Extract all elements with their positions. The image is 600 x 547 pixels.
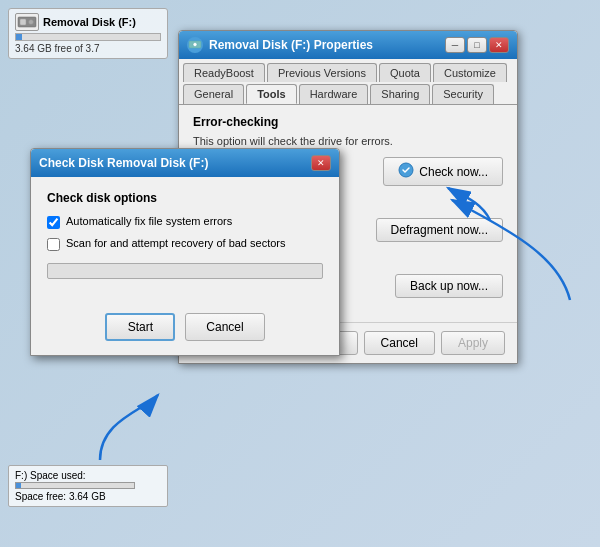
- check-cancel-button[interactable]: Cancel: [185, 313, 264, 341]
- tab-general[interactable]: General: [183, 84, 244, 104]
- properties-title: Removal Disk (F:) Properties: [209, 38, 373, 52]
- check-disk-title: Check Disk Removal Disk (F:): [39, 156, 208, 170]
- checkbox-fix-errors-row: Automatically fix file system errors: [47, 215, 323, 229]
- checkbox-fix-errors[interactable]: [47, 216, 60, 229]
- disk-icon: [15, 13, 39, 31]
- backup-now-label: Back up now...: [410, 279, 488, 293]
- tab-row-1: ReadyBoost Previous Versions Quota Custo…: [183, 63, 507, 82]
- space-used-bar: [15, 482, 135, 489]
- svg-rect-1: [20, 19, 26, 25]
- defragment-now-label: Defragment now...: [391, 223, 488, 237]
- error-checking-desc: This option will check the drive for err…: [193, 135, 503, 147]
- disk-free-text: 3.64 GB free of 3.7: [15, 43, 161, 54]
- dialog-close-button[interactable]: ✕: [311, 155, 331, 171]
- tab-readyboost[interactable]: ReadyBoost: [183, 63, 265, 82]
- check-disk-footer: Start Cancel: [31, 305, 339, 355]
- check-now-button[interactable]: Check now...: [383, 157, 503, 186]
- space-used-label: F:) Space used:: [15, 470, 161, 481]
- titlebar-left: Removal Disk (F:) Properties: [187, 37, 373, 53]
- dialog-controls: ✕: [311, 155, 331, 171]
- disk-widget-name: Removal Disk (F:): [43, 16, 136, 28]
- tab-row-2: General Tools Hardware Sharing Security: [183, 84, 494, 104]
- window-controls: ─ □ ✕: [445, 37, 509, 53]
- desktop: Removal Disk (F:) 3.64 GB free of 3.7 Re…: [0, 0, 600, 547]
- minimize-button[interactable]: ─: [445, 37, 465, 53]
- error-checking-title: Error-checking: [193, 115, 503, 129]
- start-button[interactable]: Start: [105, 313, 175, 341]
- space-used-fill: [16, 483, 21, 488]
- check-disk-titlebar: Check Disk Removal Disk (F:) ✕: [31, 149, 339, 177]
- tab-sharing[interactable]: Sharing: [370, 84, 430, 104]
- checkbox-bad-sectors[interactable]: [47, 238, 60, 251]
- check-now-icon: [398, 162, 414, 181]
- disk-widget: Removal Disk (F:) 3.64 GB free of 3.7: [8, 8, 168, 59]
- svg-point-4: [193, 43, 197, 47]
- disk-widget-title: Removal Disk (F:): [15, 13, 161, 31]
- checkbox-bad-sectors-label: Scan for and attempt recovery of bad sec…: [66, 237, 286, 249]
- checkbox-fix-errors-label: Automatically fix file system errors: [66, 215, 232, 227]
- check-disk-dialog: Check Disk Removal Disk (F:) ✕ Check dis…: [30, 148, 340, 356]
- tab-security[interactable]: Security: [432, 84, 494, 104]
- backup-now-button[interactable]: Back up now...: [395, 274, 503, 298]
- defragment-now-button[interactable]: Defragment now...: [376, 218, 503, 242]
- disk-bottom-info: F:) Space used: Space free: 3.64 GB: [8, 465, 168, 507]
- close-button[interactable]: ✕: [489, 37, 509, 53]
- tab-previous-versions[interactable]: Previous Versions: [267, 63, 377, 82]
- titlebar-disk-icon: [187, 37, 203, 53]
- tab-customize[interactable]: Customize: [433, 63, 507, 82]
- disk-usage-fill: [16, 34, 22, 40]
- check-progress-bar: [47, 263, 323, 279]
- disk-usage-bar: [15, 33, 161, 41]
- checkbox-bad-sectors-row: Scan for and attempt recovery of bad sec…: [47, 237, 323, 251]
- tab-quota[interactable]: Quota: [379, 63, 431, 82]
- maximize-button[interactable]: □: [467, 37, 487, 53]
- tab-tools[interactable]: Tools: [246, 84, 297, 104]
- check-now-label: Check now...: [419, 165, 488, 179]
- check-options-label: Check disk options: [47, 191, 323, 205]
- svg-point-2: [29, 20, 34, 25]
- apply-button[interactable]: Apply: [441, 331, 505, 355]
- cancel-button[interactable]: Cancel: [364, 331, 435, 355]
- tab-bar: ReadyBoost Previous Versions Quota Custo…: [179, 59, 517, 105]
- check-disk-content: Check disk options Automatically fix fil…: [31, 177, 339, 305]
- tab-hardware[interactable]: Hardware: [299, 84, 369, 104]
- space-free-label: Space free: 3.64 GB: [15, 491, 161, 502]
- properties-titlebar: Removal Disk (F:) Properties ─ □ ✕: [179, 31, 517, 59]
